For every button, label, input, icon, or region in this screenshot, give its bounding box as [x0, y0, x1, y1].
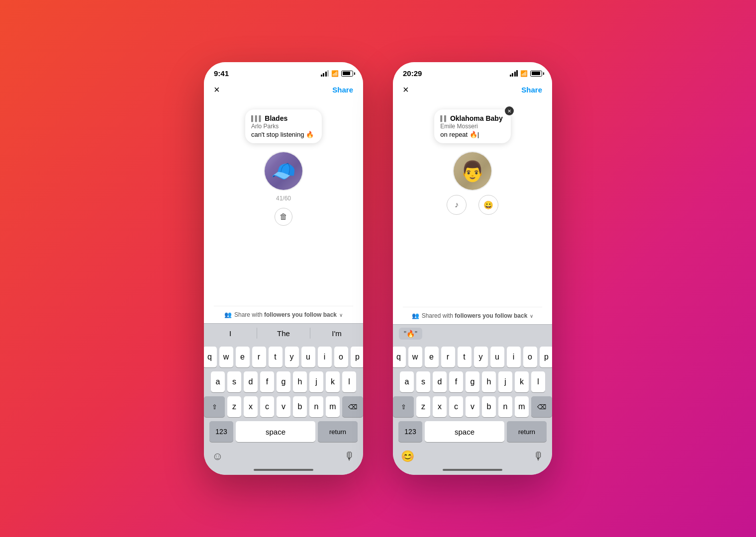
key-l[interactable]: l [342, 371, 356, 392]
key2-h[interactable]: h [482, 371, 496, 392]
key-a[interactable]: a [211, 371, 225, 392]
key-z[interactable]: z [227, 396, 241, 417]
home-bar-2 [443, 469, 502, 471]
emoji-key-2[interactable]: 😊 [401, 450, 414, 463]
mic-key-2[interactable]: 🎙 [533, 450, 544, 463]
key2-i[interactable]: i [507, 347, 521, 367]
suggestion-2[interactable]: The [257, 328, 310, 339]
key2-w[interactable]: w [408, 347, 422, 367]
profile-avatar-1: 🧢 [265, 152, 302, 190]
key2-s[interactable]: s [416, 371, 430, 392]
sticker-button-2[interactable]: 😀 [478, 195, 498, 215]
key-m[interactable]: m [326, 396, 340, 417]
numbers-key-2[interactable]: 123 [398, 421, 422, 442]
key-y[interactable]: y [285, 347, 299, 367]
key2-k[interactable]: k [515, 371, 529, 392]
space-key-1[interactable]: space [236, 421, 315, 442]
share-button-2[interactable]: Share [521, 86, 542, 94]
signal-icon-2 [510, 70, 518, 77]
mic-key-1[interactable]: 🎙 [344, 450, 355, 463]
key-p[interactable]: p [351, 347, 364, 367]
key2-j[interactable]: j [498, 371, 512, 392]
song-bubble-1[interactable]: ▌▌▌ Blades Arlo Parks can't stop listeni… [245, 109, 322, 143]
key-f[interactable]: f [260, 371, 274, 392]
key2-o[interactable]: o [523, 347, 537, 367]
key-c[interactable]: c [260, 396, 274, 417]
key-i[interactable]: i [318, 347, 332, 367]
key-w[interactable]: w [219, 347, 233, 367]
key2-f[interactable]: f [449, 371, 463, 392]
key2-r[interactable]: r [441, 347, 455, 367]
key2-p[interactable]: p [540, 347, 553, 367]
status-time-1: 9:41 [214, 69, 229, 78]
key-u[interactable]: u [301, 347, 315, 367]
key2-z[interactable]: z [416, 396, 430, 417]
song-bubble-2[interactable]: ✕ ▌▌ Oklahoma Baby Emile Mosseri on repe… [434, 109, 510, 143]
profile-image-1: 🧢 [264, 151, 303, 191]
key-g[interactable]: g [277, 371, 290, 392]
key2-n[interactable]: n [498, 396, 512, 417]
delete-key-2[interactable]: ⌫ [531, 396, 552, 417]
key2-d[interactable]: d [433, 371, 447, 392]
phone-2: 20:29 📶 × Share ✕ ▌▌ Oklahoma Baby [393, 62, 552, 475]
numbers-key-1[interactable]: 123 [209, 421, 233, 442]
key-v[interactable]: v [277, 396, 290, 417]
key2-b[interactable]: b [482, 396, 496, 417]
status-time-2: 20:29 [403, 69, 422, 78]
key-j[interactable]: j [309, 371, 323, 392]
key2-m[interactable]: m [515, 396, 529, 417]
battery-icon-2 [530, 71, 542, 77]
key-k[interactable]: k [326, 371, 340, 392]
share-followers-icon-2: 👥 [412, 312, 419, 319]
delete-button-1[interactable]: 🗑 [275, 208, 292, 226]
share-chevron-2: ∨ [530, 313, 533, 319]
music-note-button-2[interactable]: ♪ [447, 195, 467, 215]
key-o[interactable]: o [334, 347, 348, 367]
key-e[interactable]: e [236, 347, 250, 367]
space-key-2[interactable]: space [425, 421, 504, 442]
status-icons-1: 📶 [321, 70, 354, 77]
close-button-2[interactable]: × [403, 85, 409, 94]
suggestion-1[interactable]: I [204, 328, 257, 339]
keyboard-bottom-1: ☺ 🎙 [204, 448, 363, 467]
share-info-text-2: Shared with followers you follow back [422, 312, 528, 319]
avatar-emoji-2: 👨 [460, 160, 485, 183]
key2-e[interactable]: e [425, 347, 439, 367]
key-x[interactable]: x [244, 396, 258, 417]
key-r[interactable]: r [252, 347, 266, 367]
key-t[interactable]: t [269, 347, 283, 367]
shift-key-2[interactable]: ⇧ [393, 396, 414, 417]
wifi-icon-1: 📶 [331, 70, 339, 77]
key-q[interactable]: q [204, 347, 217, 367]
share-info-1[interactable]: 👥 Share with followers you follow back ∨ [214, 306, 353, 323]
keyboard-row-2-2: a s d f g h j k l [395, 371, 550, 392]
key2-a[interactable]: a [400, 371, 414, 392]
shift-key[interactable]: ⇧ [204, 396, 225, 417]
key-s[interactable]: s [227, 371, 241, 392]
key2-c[interactable]: c [449, 396, 463, 417]
emoji-key-1[interactable]: ☺ [212, 450, 223, 463]
key2-q[interactable]: q [393, 347, 406, 367]
share-info-2[interactable]: 👥 Shared with followers you follow back … [403, 307, 542, 324]
key2-t[interactable]: t [458, 347, 472, 367]
return-key-2[interactable]: return [507, 421, 547, 442]
key-d[interactable]: d [244, 371, 258, 392]
key2-l[interactable]: l [531, 371, 545, 392]
key2-y[interactable]: y [474, 347, 488, 367]
key2-g[interactable]: g [466, 371, 479, 392]
emoji-suggestion-text-2[interactable]: "🔥" [399, 328, 422, 340]
key-n[interactable]: n [309, 396, 323, 417]
key2-v[interactable]: v [466, 396, 479, 417]
key-h[interactable]: h [293, 371, 307, 392]
suggestion-3[interactable]: I'm [310, 328, 363, 339]
key2-u[interactable]: u [490, 347, 504, 367]
bubble-close-btn-2[interactable]: ✕ [505, 106, 514, 115]
delete-key[interactable]: ⌫ [342, 396, 363, 417]
close-button-1[interactable]: × [214, 85, 220, 94]
key-b[interactable]: b [293, 396, 307, 417]
return-key-1[interactable]: return [318, 421, 358, 442]
avatar-emoji-1: 🧢 [271, 160, 296, 183]
share-button-1[interactable]: Share [332, 86, 353, 94]
keyboard-row-2-1: q w e r t y u i o p [395, 347, 550, 367]
key2-x[interactable]: x [433, 396, 447, 417]
